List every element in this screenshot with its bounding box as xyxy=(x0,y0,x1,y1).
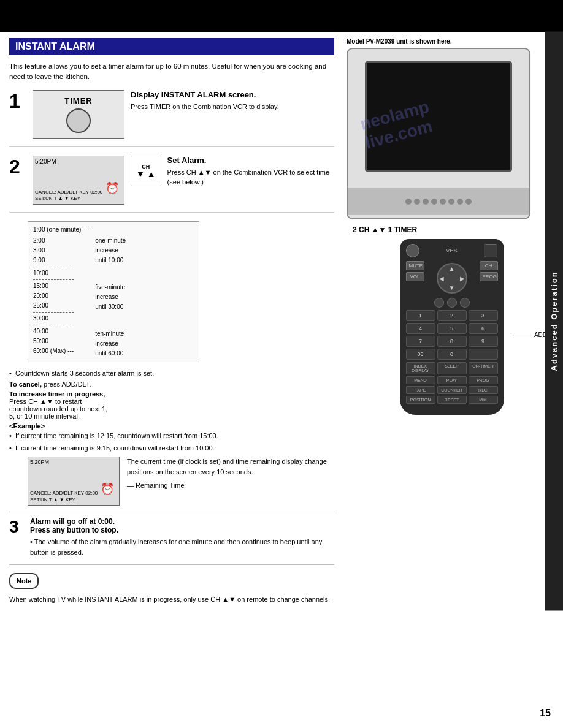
step1-content: TIMER Display INSTANT ALARM screen. Pres… xyxy=(33,90,334,139)
remote-prog2-btn[interactable]: PROG xyxy=(469,376,498,384)
remote-extra-2[interactable] xyxy=(447,298,457,308)
step2-row: 2 5:20PM ⏰ CANCEL: ADD/DLT KEY 02:00SET:… xyxy=(9,156,334,213)
remote-position-btn[interactable]: POSITION xyxy=(406,396,435,404)
remote-prog-btn[interactable]: PROG xyxy=(480,272,498,281)
chart-label-9: ten-minute xyxy=(95,329,126,339)
remote-ontimer-btn[interactable]: ON-TIMER xyxy=(469,362,498,374)
remote-row-menu: MENU PLAY PROG xyxy=(406,376,498,384)
remote-extra-3[interactable] xyxy=(460,298,470,308)
remote-num-0[interactable]: 0 xyxy=(437,349,467,360)
info-current-time-desc: The current time (if clock is set) and t… xyxy=(127,457,334,477)
remote-mute-btn[interactable]: MUTE xyxy=(406,261,424,270)
info-screen-row: 5:20PM ⏰ CANCEL: ADD/DLT KEY 02:00SET:UN… xyxy=(28,457,334,506)
page-container: INSTANT ALARM This feature allows you to… xyxy=(0,0,563,728)
tv-btn-3 xyxy=(423,199,429,205)
info-screen: 5:20PM ⏰ CANCEL: ADD/DLT KEY 02:00SET:UN… xyxy=(28,457,120,506)
step3-number: 3 xyxy=(9,517,26,537)
step1-desc: Press TIMER on the Combination VCR to di… xyxy=(131,102,334,112)
remote-reset-btn[interactable]: RESET xyxy=(437,396,467,404)
dpad-up-arrow: ▲ xyxy=(449,265,455,272)
remote-num-9[interactable]: 9 xyxy=(469,336,498,347)
remote-tape-btn[interactable]: TAPE xyxy=(406,386,435,394)
chart-time-5: 15:00 xyxy=(33,281,74,291)
remote-num-2[interactable]: 2 xyxy=(437,310,467,321)
chart-time-1: 2:00 xyxy=(33,236,74,246)
remote-num-8[interactable]: 8 xyxy=(437,336,467,347)
remote-ch-btn[interactable]: CH xyxy=(480,261,498,270)
dpad-right-arrow: ▶ xyxy=(460,275,465,282)
remote-row-tape: TAPE COUNTER REC xyxy=(406,386,498,394)
chart-time-2: 3:00 xyxy=(33,246,74,256)
remote-menu-btn[interactable]: MENU xyxy=(406,376,435,384)
remote-play-btn[interactable]: PLAY xyxy=(437,376,467,384)
remote-left-btns: MUTE VOL xyxy=(406,261,424,295)
remote-rec-btn[interactable]: REC xyxy=(469,386,498,394)
chart-label-3: until 10:00 xyxy=(95,256,126,265)
tv-screen xyxy=(365,61,512,172)
step3-sub: Press any button to stop. xyxy=(30,526,334,534)
countdown-chart: 1:00 (one minute) ---- 2:00 3:00 9:00 10… xyxy=(28,221,199,362)
remote-num-6[interactable]: 6 xyxy=(469,323,498,334)
divider-2 xyxy=(9,564,334,565)
cancel-text: To cancel, press ADD/DLT. xyxy=(9,381,334,388)
remote-num-3[interactable]: 3 xyxy=(469,310,498,321)
add-dlt-line xyxy=(514,335,532,335)
remote-top-right-btn[interactable] xyxy=(484,244,497,257)
step2-desc: Press CH ▲▼ on the Combination VCR to se… xyxy=(167,167,334,188)
note-text: When watching TV while INSTANT ALARM is … xyxy=(9,594,334,605)
step2-title: Set Alarm. xyxy=(167,156,334,165)
chart-time-11: 60:00 (Max) --- xyxy=(33,346,74,356)
chart-time-3: 9:00 xyxy=(33,256,74,265)
remote-body: VHS MUTE VOL ▲ ▼ ◀ xyxy=(400,239,504,415)
remote-num-00[interactable]: 00 xyxy=(406,349,435,360)
remote-num-4[interactable]: 4 xyxy=(406,323,435,334)
left-panel: INSTANT ALARM This feature allows you to… xyxy=(0,32,343,611)
note-section: Note When watching TV while INSTANT ALAR… xyxy=(9,570,334,605)
bullet-list: Countdown starts 3 seconds after alarm i… xyxy=(9,368,334,453)
example-2: If current time remaining is 9:15, count… xyxy=(9,443,334,453)
remote-sleep-btn[interactable]: SLEEP xyxy=(437,362,467,374)
remote-extra-1[interactable] xyxy=(434,298,444,308)
remote-counter-btn[interactable]: COUNTER xyxy=(437,386,467,394)
divider-1 xyxy=(9,512,334,512)
step3-text-block: Alarm will go off at 0:00. Press any but… xyxy=(30,517,334,557)
remote-num-5[interactable]: 5 xyxy=(437,323,467,334)
chart-time-8: 30:00 xyxy=(33,314,74,324)
remote-container: VHS MUTE VOL ▲ ▼ ◀ xyxy=(347,239,557,415)
step1-text-block: Display INSTANT ALARM screen. Press TIME… xyxy=(131,90,334,112)
chart-labels: one-minute increase until 10:00 five-min… xyxy=(95,236,126,358)
remote-row-index: INDEX DISPLAY SLEEP ON-TIMER xyxy=(406,362,498,374)
chart-label-6: increase xyxy=(95,292,126,302)
info-desc-block: The current time (if clock is set) and t… xyxy=(127,457,334,489)
remote-index-btn[interactable]: INDEX DISPLAY xyxy=(406,362,435,374)
ch-timer-text: 2 CH ▲▼ 1 TIMER xyxy=(353,226,417,234)
chart-time-6: 20:00 xyxy=(33,291,74,301)
remote-top-row: VHS xyxy=(406,244,498,257)
remote-mix-btn[interactable]: MIX xyxy=(469,396,498,404)
step2-screen: 5:20PM ⏰ CANCEL: ADD/DLT KEY 02:00SET:UN… xyxy=(33,156,124,205)
tv-btn-4 xyxy=(431,199,437,205)
tv-btn-2 xyxy=(414,199,420,205)
step3-row: 3 Alarm will go off at 0:00. Press any b… xyxy=(9,517,334,557)
remote-dpad[interactable]: ▲ ▼ ◀ ▶ xyxy=(437,263,467,294)
remote-num-1[interactable]: 1 xyxy=(406,310,435,321)
info-clock-icon: ⏰ xyxy=(101,482,114,496)
tv-image xyxy=(347,48,530,219)
remote-vol-btn[interactable]: VOL xyxy=(406,272,424,281)
remote-num-7[interactable]: 7 xyxy=(406,336,435,347)
step2-screen-inner: 5:20PM xyxy=(33,156,124,167)
example-1: If current time remaining is 12:15, coun… xyxy=(9,431,334,441)
remote-nav-row: MUTE VOL ▲ ▼ ◀ ▶ CH PROG xyxy=(406,261,498,295)
remote-power-btn[interactable] xyxy=(406,244,419,257)
remote-vhs-logo: VHS xyxy=(446,248,458,254)
chart-label-5: five-minute xyxy=(95,282,126,292)
info-screen-time: 5:20PM xyxy=(28,457,119,467)
ch-button-box[interactable]: CH ▼ ▲ xyxy=(131,156,161,186)
chart-time-7: 25:00 xyxy=(33,301,74,311)
tv-btn-6 xyxy=(448,199,454,205)
remote-num-blank[interactable] xyxy=(469,349,498,360)
step1-title: Display INSTANT ALARM screen. xyxy=(131,90,334,99)
chart-time-4: 10:00 xyxy=(33,268,74,278)
main-content: INSTANT ALARM This feature allows you to… xyxy=(0,32,563,611)
chart-label-7: until 30:00 xyxy=(95,302,126,312)
